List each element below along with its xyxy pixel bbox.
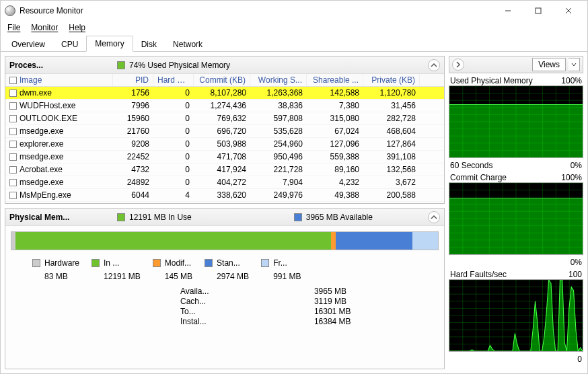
processes-table: Image PID Hard Faults... Commit (KB) Wor… [5, 74, 444, 202]
cell-private: 3,672 [363, 176, 420, 188]
row-checkbox[interactable] [9, 128, 17, 135]
cell-hard-faults: 0 [153, 125, 194, 137]
cell-commit: 696,720 [194, 125, 250, 137]
stat-cached-key: Cach... [180, 297, 302, 306]
legend-swatch [91, 259, 100, 267]
cell-working-set: 950,496 [250, 151, 307, 163]
collapse-button[interactable] [428, 59, 440, 71]
table-row[interactable]: WUDFHost.exe799601,274,43638,8367,38031,… [5, 100, 444, 112]
cell-working-set: 221,728 [250, 163, 307, 176]
cell-pid: 15960 [113, 112, 153, 124]
graph-title: Used Physical Memory [450, 76, 533, 85]
legend-label: Fr... [273, 258, 287, 268]
cell-pid: 1756 [113, 87, 153, 99]
legend-label: Hardware [44, 258, 79, 268]
table-row[interactable]: msedge.exe248920404,2727,9044,2323,672 [5, 176, 444, 189]
row-checkbox[interactable] [9, 179, 17, 186]
cell-working-set: 249,976 [250, 189, 307, 201]
col-image[interactable]: Image [5, 74, 113, 86]
legend-item: Hardware83 MB [32, 258, 79, 281]
cell-private: 127,864 [363, 138, 420, 150]
cell-image: dwm.exe [20, 88, 52, 98]
row-checkbox[interactable] [9, 141, 17, 148]
cell-working-set: 535,628 [250, 125, 307, 137]
table-header: Image PID Hard Faults... Commit (KB) Wor… [5, 74, 444, 87]
table-row[interactable]: dwm.exe175608,107,2801,263,368142,5881,1… [5, 87, 444, 100]
cell-commit: 503,988 [194, 138, 250, 150]
tab-overview[interactable]: Overview [3, 37, 53, 52]
usage-swatch [117, 61, 125, 69]
col-commit[interactable]: Commit (KB) [194, 74, 250, 86]
usage-segment [412, 232, 438, 250]
stat-total-val: 16301 MB [314, 307, 444, 316]
graph-footer-right: 0% [571, 161, 582, 170]
table-row[interactable]: MsMpEng.exe60444338,620249,97649,388200,… [5, 189, 444, 202]
col-working-set[interactable]: Working S... [250, 74, 307, 86]
cell-working-set: 254,960 [250, 138, 307, 150]
row-checkbox[interactable] [9, 115, 17, 122]
views-dropdown[interactable] [568, 58, 580, 71]
table-row[interactable]: explorer.exe92080503,988254,960127,09612… [5, 138, 444, 151]
cell-commit: 338,620 [194, 189, 250, 201]
menu-help[interactable]: Help [65, 22, 89, 34]
tab-disk[interactable]: Disk [133, 37, 165, 52]
table-row[interactable]: Acrobat.exe47320417,924221,72889,160132,… [5, 163, 444, 176]
graph-title: Hard Faults/sec [450, 270, 507, 279]
stat-available-key: Availa... [180, 287, 302, 296]
col-shareable[interactable]: Shareable ... [307, 74, 363, 86]
cell-image: MsMpEng.exe [20, 190, 71, 200]
cell-image: Acrobat.exe [20, 165, 63, 174]
graph-footer-right: 0% [571, 258, 582, 267]
cell-image: WUDFHost.exe [20, 101, 75, 110]
legend-item: In ...12191 MB [91, 258, 141, 281]
row-checkbox[interactable] [9, 166, 17, 174]
legend-label: In ... [104, 258, 119, 268]
row-checkbox[interactable] [9, 89, 17, 97]
legend-swatch [153, 259, 161, 267]
legend-value: 12191 MB [104, 272, 141, 281]
row-checkbox[interactable] [9, 153, 17, 161]
cell-hard-faults: 0 [153, 176, 194, 188]
cell-pid: 9208 [113, 138, 153, 150]
stat-cached-val: 3119 MB [314, 297, 444, 306]
legend-swatch [32, 259, 40, 267]
menu-file[interactable]: File [3, 22, 24, 34]
cell-hard-faults: 4 [153, 189, 194, 201]
row-checkbox[interactable] [9, 192, 17, 199]
chevron-up-icon [431, 62, 437, 69]
minimize-button[interactable] [492, 1, 523, 20]
cell-working-set: 38,836 [250, 100, 307, 112]
tab-network[interactable]: Network [165, 37, 211, 52]
tab-cpu[interactable]: CPU [53, 37, 86, 52]
col-pid[interactable]: PID [113, 74, 153, 86]
close-button[interactable] [553, 1, 583, 20]
physical-memory-panel: Physical Mem... 12191 MB In Use 3965 MB … [5, 208, 445, 369]
available-label: 3965 MB Available [306, 213, 373, 222]
collapse-button[interactable] [428, 211, 440, 223]
table-row[interactable]: msedge.exe224520471,708950,496559,388391… [5, 151, 444, 163]
cell-commit: 1,274,436 [194, 100, 250, 112]
checkbox-all[interactable] [9, 77, 17, 84]
col-hard-faults[interactable]: Hard Faults... [153, 74, 194, 86]
table-row[interactable]: msedge.exe217600696,720535,62867,024468,… [5, 125, 444, 138]
graph-max: 100% [561, 76, 582, 85]
chevron-right-icon [455, 61, 462, 68]
stat-total-key: To... [180, 307, 302, 316]
cell-hard-faults: 0 [153, 138, 194, 150]
memory-stats: Availa... 3965 MB Cach... 3119 MB To... … [180, 287, 444, 326]
legend-label: Modif... [165, 258, 191, 268]
tab-memory[interactable]: Memory [86, 36, 133, 52]
row-checkbox[interactable] [9, 102, 17, 110]
col-private[interactable]: Private (KB) [363, 74, 420, 86]
cell-image: OUTLOOK.EXE [20, 114, 77, 123]
expand-graphs-button[interactable] [452, 59, 464, 71]
cell-pid: 22452 [113, 151, 153, 163]
maximize-button[interactable] [523, 1, 553, 20]
table-row[interactable]: OUTLOOK.EXE159600769,632597,808315,08028… [5, 112, 444, 125]
cell-shareable: 49,388 [307, 189, 363, 201]
legend-item: Modif...145 MB [153, 258, 192, 281]
menu-monitor[interactable]: Monitor [27, 22, 62, 34]
views-button[interactable]: Views [532, 58, 566, 71]
cell-commit: 471,708 [194, 151, 250, 163]
cell-hard-faults: 0 [153, 87, 194, 99]
